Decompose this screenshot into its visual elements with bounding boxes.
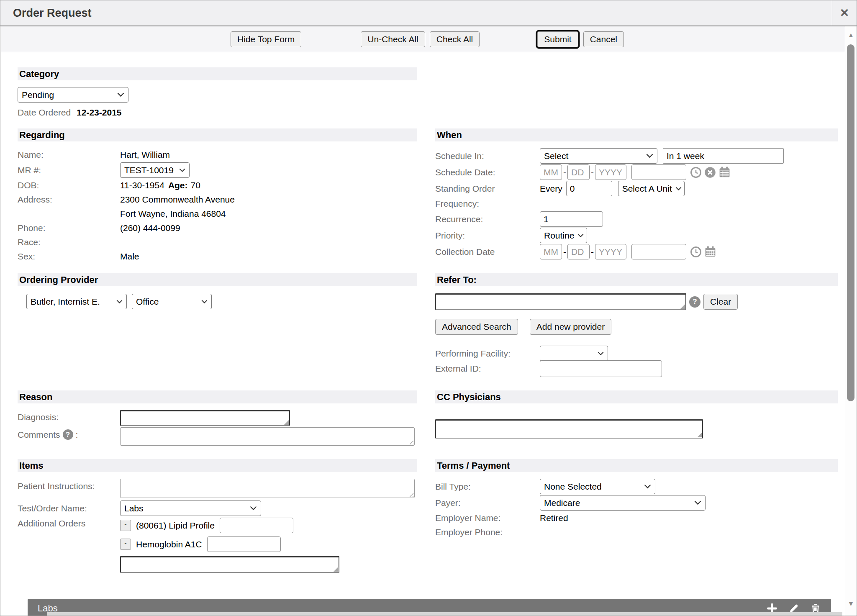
toolbar: Hide Top Form Un-Check All Check All Sub… [1, 26, 845, 52]
comments-colon: : [76, 430, 78, 440]
chevron-down-icon [694, 501, 701, 505]
clear-button[interactable]: Clear [703, 294, 738, 310]
schedule-in-select-value: Select [544, 151, 568, 161]
employer-phone-label: Employer Phone: [435, 527, 540, 537]
collection-date-dd-input[interactable] [567, 244, 590, 259]
advanced-search-button[interactable]: Advanced Search [435, 319, 518, 335]
refer-to-header: Refer To: [435, 273, 838, 286]
remove-order-button[interactable]: - [120, 520, 131, 531]
hide-top-form-button[interactable]: Hide Top Form [231, 31, 301, 47]
schedule-date-dd-input[interactable] [567, 164, 590, 180]
collection-time-input[interactable] [631, 244, 686, 259]
schedule-in-text-input[interactable] [663, 148, 784, 164]
refer-to-input[interactable] [435, 293, 686, 310]
calendar-icon[interactable] [718, 166, 731, 178]
mr-select[interactable]: TEST-10019 [120, 162, 190, 178]
clock-icon[interactable] [690, 167, 702, 178]
cc-physicians-header: CC Physicians [435, 390, 838, 403]
scrollbar-thumb[interactable] [847, 44, 854, 401]
external-id-input[interactable] [540, 360, 662, 377]
date-dash: - [563, 167, 566, 177]
reason-header: Reason [18, 390, 417, 403]
patient-instructions-textarea[interactable] [120, 479, 415, 498]
frequency-label: Frequency: [435, 199, 540, 209]
payer-select[interactable]: Medicare [540, 495, 706, 511]
help-icon[interactable]: ? [63, 429, 73, 440]
performing-facility-label: Performing Facility: [435, 349, 540, 359]
priority-select[interactable]: Routine [540, 228, 587, 243]
diagnosis-input[interactable] [120, 410, 290, 426]
schedule-in-label: Schedule In: [435, 151, 540, 161]
payer-label: Payer: [435, 498, 540, 508]
scroll-up-icon[interactable]: ▲ [845, 32, 857, 38]
date-ordered-label: Date Ordered [18, 108, 71, 117]
clear-date-icon[interactable] [704, 167, 716, 178]
order-name: Hemoglobin A1C [136, 539, 202, 549]
order-detail-input[interactable] [220, 518, 293, 533]
address-label: Address: [18, 195, 120, 205]
every-input[interactable] [566, 181, 612, 196]
scroll-down-icon[interactable]: ▼ [845, 601, 857, 607]
chevron-down-icon [577, 234, 584, 238]
chevron-down-icon [117, 92, 124, 97]
bill-type-label: Bill Type: [435, 482, 540, 492]
help-icon[interactable]: ? [689, 296, 700, 308]
race-label: Race: [18, 237, 120, 247]
recurrence-label: Recurrence: [435, 214, 540, 224]
provider-select-value: Butler, Internist E. [31, 297, 100, 307]
clock-icon[interactable] [690, 246, 702, 258]
calendar-icon[interactable] [704, 246, 716, 258]
schedule-in-select[interactable]: Select [540, 148, 657, 164]
cancel-button[interactable]: Cancel [583, 31, 624, 47]
dob-value: 11-30-1954 [120, 180, 164, 190]
unit-select-value: Select A Unit [622, 184, 672, 194]
chevron-down-icon [201, 300, 208, 304]
add-new-provider-button[interactable]: Add new provider [530, 319, 611, 335]
comments-textarea[interactable] [120, 427, 415, 446]
order-detail-input[interactable] [207, 536, 281, 552]
collection-date-label: Collection Date [435, 247, 540, 257]
diagnosis-label: Diagnosis: [18, 410, 120, 422]
provider-select[interactable]: Butler, Internist E. [26, 294, 127, 309]
date-dash: - [591, 247, 594, 257]
schedule-date-label: Schedule Date: [435, 167, 540, 177]
additional-orders-label: Additional Orders [18, 518, 120, 529]
test-order-select[interactable]: Labs [120, 501, 261, 516]
cc-physicians-input[interactable] [435, 419, 703, 439]
bill-type-select[interactable]: None Selected [540, 479, 655, 494]
external-id-label: External ID: [435, 364, 540, 374]
collection-date-mm-input[interactable] [540, 244, 562, 259]
recurrence-input[interactable] [540, 211, 603, 227]
when-header: When [435, 128, 838, 141]
schedule-date-mm-input[interactable] [540, 164, 562, 180]
bill-type-select-value: None Selected [544, 482, 602, 492]
category-select[interactable]: Pending [18, 87, 128, 103]
close-button[interactable]: ✕ [832, 0, 857, 26]
schedule-time-input[interactable] [631, 164, 686, 180]
collection-date-yyyy-input[interactable] [595, 244, 626, 259]
items-header: Items [18, 459, 417, 472]
test-order-select-value: Labs [124, 503, 144, 513]
chevron-down-icon [250, 506, 257, 511]
order-request-dialog: Order Request ✕ Hide Top Form Un-Check A… [0, 0, 857, 616]
close-icon: ✕ [840, 6, 849, 20]
chevron-down-icon [646, 154, 653, 158]
performing-facility-select[interactable] [540, 346, 608, 361]
comments-label: Comments [18, 430, 60, 440]
form-body: Category Pending Date Ordered 12-23-2015 [1, 67, 845, 616]
additional-order-row: - (80061) Lipid Profile [120, 518, 339, 533]
submit-button[interactable]: Submit [537, 31, 578, 47]
vertical-scrollbar[interactable]: ▲ ▼ [845, 27, 857, 616]
every-label: Every [540, 184, 562, 194]
category-select-value: Pending [22, 90, 54, 100]
schedule-date-yyyy-input[interactable] [595, 164, 626, 180]
unit-select[interactable]: Select A Unit [618, 181, 685, 196]
provider-location-select[interactable]: Office [132, 294, 212, 309]
uncheck-all-button[interactable]: Un-Check All [361, 31, 425, 47]
check-all-button[interactable]: Check All [430, 31, 480, 47]
horizontal-scrollbar[interactable] [47, 612, 842, 616]
name-label: Name: [18, 150, 120, 160]
remove-order-button[interactable]: - [120, 539, 131, 550]
additional-order-textarea[interactable] [120, 556, 339, 573]
age-value: 70 [191, 180, 200, 190]
